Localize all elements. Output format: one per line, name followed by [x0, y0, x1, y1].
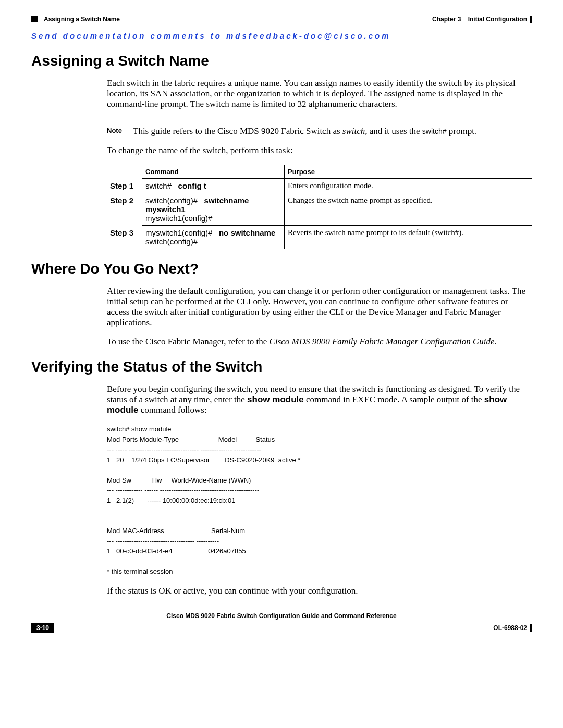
- step-label: Step 1: [107, 179, 142, 193]
- heading-assigning: Assigning a Switch Name: [31, 53, 532, 69]
- task-intro: To change the name of the switch, perfor…: [107, 145, 532, 156]
- verify-intro-mid: command in EXEC mode. A sample output of…: [304, 394, 484, 404]
- header-left: Assigning a Switch Name: [31, 16, 120, 23]
- step-label: Step 3: [107, 226, 142, 249]
- para2-pre: To use the Cisco Fabric Manager, refer t…: [107, 337, 270, 347]
- verify-cmd1: show module: [247, 394, 304, 404]
- cmd-line2: switch(config)#: [145, 237, 198, 246]
- doc-id: OL-6988-02: [493, 624, 532, 632]
- purpose-cell: Changes the switch name prompt as specif…: [285, 193, 532, 226]
- chapter-number: Chapter 3: [432, 16, 461, 23]
- col-command-header: Command: [142, 165, 285, 179]
- col-purpose-header: Purpose: [285, 165, 532, 179]
- note-post: prompt.: [447, 126, 477, 136]
- terminal-output: switch# show module Mod Ports Module-Typ…: [107, 424, 532, 577]
- note-text: This guide refers to the Cisco MDS 9020 …: [133, 122, 532, 137]
- where-next-para1: After reviewing the default configuratio…: [107, 286, 532, 328]
- note-prompt: switch#: [422, 127, 447, 135]
- assigning-intro: Each switch in the fabric requires a uni…: [107, 78, 532, 109]
- assigning-body: Each switch in the fabric requires a uni…: [107, 78, 532, 249]
- verify-closing: If the status is OK or active, you can c…: [107, 586, 532, 596]
- header-right: Chapter 3 Initial Configuration: [432, 16, 532, 23]
- note-label: Note: [107, 122, 133, 137]
- header-marker-icon: [31, 16, 38, 22]
- step-label: Step 2: [107, 193, 142, 226]
- cmd-cell: myswitch1(config)# no switchname switch(…: [142, 226, 285, 249]
- purpose-cell: Reverts the switch name prompt to its de…: [285, 226, 532, 249]
- verify-body: Before you begin configuring the switch,…: [107, 384, 532, 596]
- table-row: Step 3 myswitch1(config)# no switchname …: [107, 226, 532, 249]
- col-step-header: [107, 165, 142, 179]
- para2-post: .: [495, 337, 497, 347]
- cmd-prompt: switch#: [145, 181, 172, 190]
- note-block: Note This guide refers to the Cisco MDS …: [107, 122, 532, 137]
- where-next-para2: To use the Cisco Fabric Manager, refer t…: [107, 337, 532, 347]
- cmd-prompt: myswitch1(config)#: [145, 228, 212, 237]
- cmd-bold: no switchname: [219, 228, 275, 237]
- cmd-prompt: switch(config)#: [145, 196, 198, 205]
- command-table: Command Purpose Step 1 switch# config t …: [107, 165, 532, 249]
- footer-row: 3-10 OL-6988-02: [31, 623, 532, 633]
- verify-intro-post: command follows:: [138, 405, 206, 415]
- cmd-line2: myswitch1(config)#: [145, 214, 212, 223]
- footer-doc-title: Cisco MDS 9020 Fabric Switch Configurati…: [31, 612, 532, 620]
- para2-italic: Cisco MDS 9000 Family Fabric Manager Con…: [270, 337, 495, 347]
- cmd-bold: config t: [178, 181, 206, 190]
- table-row: Step 1 switch# config t Enters configura…: [107, 179, 532, 193]
- table-row: Step 2 switch(config)# switchname myswit…: [107, 193, 532, 226]
- page-header: Assigning a Switch Name Chapter 3 Initia…: [31, 16, 532, 23]
- heading-verify: Verifying the Status of the Switch: [31, 359, 532, 375]
- cmd-cell: switch# config t: [142, 179, 285, 193]
- cmd-cell: switch(config)# switchname myswitch1 mys…: [142, 193, 285, 226]
- heading-where-next: Where Do You Go Next?: [31, 261, 532, 277]
- breadcrumb: Assigning a Switch Name: [44, 16, 120, 23]
- note-pre: This guide refers to the Cisco MDS 9020 …: [133, 126, 342, 136]
- feedback-email-line: Send documentation comments to mdsfeedba…: [31, 31, 532, 40]
- note-switch-italic: switch: [342, 126, 365, 136]
- footer-rule: [31, 610, 532, 610]
- page-container: Assigning a Switch Name Chapter 3 Initia…: [0, 0, 563, 644]
- note-mid: , and it uses the: [365, 126, 422, 136]
- verify-intro: Before you begin configuring the switch,…: [107, 384, 532, 415]
- chapter-title: Initial Configuration: [468, 16, 527, 23]
- page-number: 3-10: [31, 623, 54, 633]
- purpose-cell: Enters configuration mode.: [285, 179, 532, 193]
- where-next-body: After reviewing the default configuratio…: [107, 286, 532, 347]
